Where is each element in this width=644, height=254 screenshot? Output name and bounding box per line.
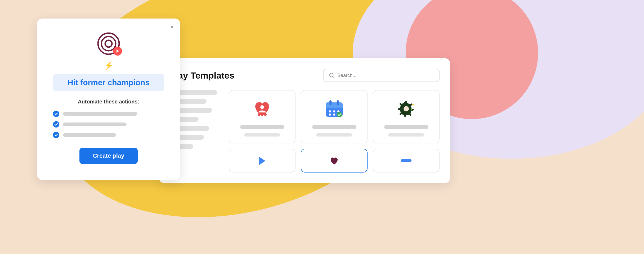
check-icon-1: [53, 111, 59, 117]
checklist-item: [53, 111, 164, 117]
templates-grid: ✦ ✦: [229, 90, 440, 173]
svg-marker-3: [117, 49, 119, 53]
svg-rect-13: [337, 100, 339, 105]
target-icon: [97, 32, 120, 56]
svg-text:✦: ✦: [410, 108, 413, 111]
gear-sparkle-icon: ✦ ✦: [394, 97, 418, 121]
close-button[interactable]: ×: [170, 24, 174, 31]
search-input[interactable]: [337, 73, 434, 78]
search-icon: [329, 72, 335, 78]
svg-point-20: [404, 106, 409, 111]
create-play-button[interactable]: Create play: [79, 148, 138, 164]
checklist: [53, 111, 164, 138]
template-card-bottom-3[interactable]: [373, 149, 440, 173]
checklist-bar-3: [63, 133, 116, 137]
svg-point-2: [105, 40, 112, 47]
create-play-modal: × ⚡ Hit former champions Automate these …: [37, 19, 180, 180]
template-card-bottom-1[interactable]: [229, 149, 296, 173]
svg-point-14: [329, 110, 331, 112]
svg-point-17: [329, 114, 331, 116]
lightning-icon: ⚡: [53, 61, 164, 70]
svg-rect-12: [329, 100, 332, 105]
svg-rect-24: [401, 159, 412, 162]
modal-title: Hit former champions: [68, 78, 150, 87]
template-card-calendar[interactable]: [301, 90, 368, 143]
card-desc-placeholder: [244, 133, 280, 137]
modal-icon-area: [53, 32, 164, 56]
card-title-placeholder: [240, 125, 284, 129]
play-badge-icon: [113, 47, 122, 56]
svg-rect-11: [326, 106, 343, 108]
heart-person-icon: [250, 97, 274, 121]
checklist-item: [53, 132, 164, 138]
svg-point-15: [333, 110, 335, 112]
checklist-item: [53, 121, 164, 128]
template-card-bottom-2[interactable]: [301, 149, 368, 173]
card-title-placeholder: [312, 125, 356, 129]
svg-point-7: [258, 113, 260, 116]
modal-subtitle: Automate these actions:: [53, 99, 164, 105]
checklist-bar-2: [63, 123, 127, 126]
templates-panel: Play Templates: [159, 58, 450, 183]
template-card-gear[interactable]: ✦ ✦: [373, 90, 440, 143]
templates-header: Play Templates: [169, 69, 440, 82]
card-title-placeholder: [384, 125, 428, 129]
card-desc-placeholder: [388, 133, 424, 137]
svg-marker-23: [259, 157, 265, 165]
svg-line-5: [333, 76, 334, 78]
svg-point-18: [333, 114, 335, 116]
bottom-card-icon-2: [329, 156, 339, 166]
svg-text:✦: ✦: [412, 102, 415, 107]
card-desc-placeholder: [316, 133, 352, 137]
checklist-bar-1: [63, 112, 137, 116]
templates-body: ✦ ✦: [169, 90, 440, 173]
check-icon-2: [53, 121, 59, 128]
bottom-card-icon-3: [401, 156, 412, 166]
svg-point-6: [260, 105, 264, 109]
calendar-icon: [322, 97, 346, 121]
bottom-card-icon-1: [257, 156, 267, 166]
template-card-heart[interactable]: [229, 90, 296, 143]
search-box[interactable]: [323, 69, 440, 82]
svg-point-8: [264, 113, 267, 116]
modal-title-box: Hit former champions: [53, 74, 164, 91]
check-icon-3: [53, 132, 59, 138]
